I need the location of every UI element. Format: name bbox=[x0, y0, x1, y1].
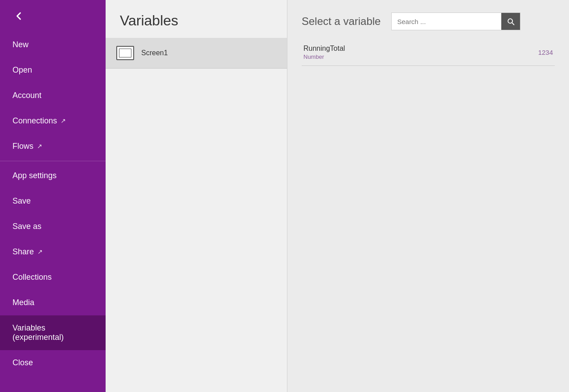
variable-info: RunningTotal Number bbox=[303, 45, 345, 60]
page-title: Variables bbox=[120, 12, 273, 29]
sidebar-item-label: New bbox=[12, 40, 29, 49]
search-input[interactable] bbox=[392, 14, 501, 29]
sidebar: New Open Account Connections ↗ Flows ↗ A… bbox=[0, 0, 106, 392]
screen-item[interactable]: Screen1 bbox=[106, 38, 287, 69]
search-icon bbox=[506, 17, 515, 26]
external-link-icon: ↗ bbox=[61, 117, 66, 124]
variable-list: RunningTotal Number 1234 bbox=[302, 39, 555, 66]
screen-icon-inner bbox=[119, 49, 131, 57]
sidebar-item-label: App settings bbox=[12, 171, 57, 180]
sidebar-item-label: Flows bbox=[12, 142, 33, 151]
sidebar-item-open[interactable]: Open bbox=[0, 57, 106, 83]
sidebar-item-label: Open bbox=[12, 65, 32, 75]
sidebar-item-connections[interactable]: Connections ↗ bbox=[0, 108, 106, 134]
right-header: Select a variable bbox=[302, 12, 555, 30]
sidebar-item-label: Save as bbox=[12, 222, 41, 231]
sidebar-item-label: Share bbox=[12, 247, 34, 257]
sidebar-item-close[interactable]: Close bbox=[0, 350, 106, 376]
sidebar-item-media[interactable]: Media bbox=[0, 290, 106, 315]
screen-icon bbox=[116, 46, 134, 60]
external-link-icon: ↗ bbox=[37, 248, 43, 255]
variable-item[interactable]: RunningTotal Number 1234 bbox=[302, 39, 555, 66]
variable-name: RunningTotal bbox=[303, 45, 345, 53]
middle-panel: Variables Screen1 bbox=[106, 0, 287, 392]
sidebar-item-share[interactable]: Share ↗ bbox=[0, 239, 106, 265]
back-button[interactable] bbox=[0, 0, 106, 32]
sidebar-item-label: Variables (experimental) bbox=[12, 323, 93, 342]
sidebar-item-label: Collections bbox=[12, 273, 52, 282]
sidebar-item-flows[interactable]: Flows ↗ bbox=[0, 134, 106, 159]
external-link-icon: ↗ bbox=[37, 143, 42, 150]
sidebar-item-collections[interactable]: Collections bbox=[0, 265, 106, 290]
sidebar-item-label: Account bbox=[12, 91, 41, 100]
sidebar-item-label: Media bbox=[12, 298, 34, 307]
select-variable-label: Select a variable bbox=[302, 15, 381, 28]
search-button[interactable] bbox=[501, 13, 520, 30]
right-panel: Select a variable RunningTotal Number 12… bbox=[287, 0, 569, 392]
sidebar-item-label: Connections bbox=[12, 116, 57, 126]
sidebar-item-variables[interactable]: Variables (experimental) bbox=[0, 315, 106, 350]
sidebar-item-label: Save bbox=[12, 196, 31, 206]
page-title-area: Variables bbox=[106, 0, 287, 38]
search-container bbox=[391, 12, 520, 30]
variable-value: 1234 bbox=[538, 49, 553, 56]
screen-name: Screen1 bbox=[141, 49, 168, 57]
sidebar-divider bbox=[0, 161, 106, 161]
screen-list: Screen1 bbox=[106, 38, 287, 69]
variable-type: Number bbox=[303, 53, 345, 60]
sidebar-item-save-as[interactable]: Save as bbox=[0, 214, 106, 239]
sidebar-item-app-settings[interactable]: App settings bbox=[0, 163, 106, 188]
sidebar-item-account[interactable]: Account bbox=[0, 83, 106, 108]
sidebar-item-save[interactable]: Save bbox=[0, 188, 106, 214]
sidebar-item-label: Close bbox=[12, 358, 33, 368]
sidebar-item-new[interactable]: New bbox=[0, 32, 106, 57]
